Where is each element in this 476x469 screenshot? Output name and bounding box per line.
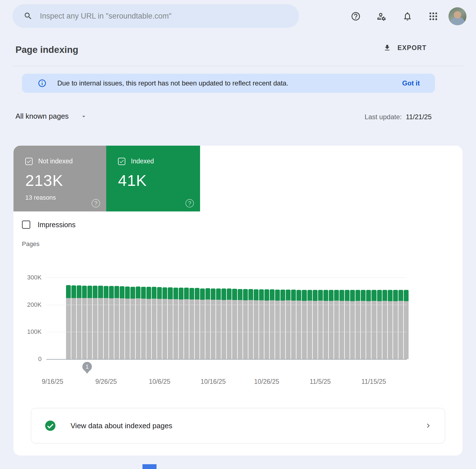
chart-bar[interactable] <box>93 278 98 359</box>
chart-bar[interactable] <box>259 278 264 359</box>
report-panel: Not indexed 213K 13 reasons ? Indexed 41… <box>13 146 463 456</box>
chart-bar[interactable] <box>238 278 242 359</box>
chart-bar[interactable] <box>264 278 269 359</box>
chart-bar[interactable] <box>243 278 248 359</box>
bar-segment-not-indexed <box>404 301 409 359</box>
chart-bar[interactable] <box>371 278 376 359</box>
chart-bar[interactable] <box>109 278 114 359</box>
chart-x-axis-labels: 9/16/259/26/2510/6/2510/16/2510/26/2511/… <box>46 378 407 386</box>
chart-bar[interactable] <box>307 278 312 359</box>
chart-bar[interactable] <box>104 278 108 359</box>
bar-segment-indexed <box>109 286 114 298</box>
bar-segment-indexed <box>366 290 371 301</box>
chart-bar[interactable] <box>98 278 103 359</box>
notifications-icon[interactable] <box>402 11 412 21</box>
chart-bar[interactable] <box>291 278 296 359</box>
chart-bar[interactable] <box>114 278 119 359</box>
apps-grid-icon[interactable] <box>428 11 438 21</box>
chart-bar[interactable] <box>141 278 146 359</box>
not-indexed-card[interactable]: Not indexed 213K 13 reasons ? <box>13 146 106 211</box>
chart-bar[interactable] <box>382 278 387 359</box>
chart-bar[interactable] <box>323 278 328 359</box>
chart-bar[interactable] <box>205 278 210 359</box>
chart-bar[interactable] <box>211 278 216 359</box>
chart-bar[interactable] <box>77 278 81 359</box>
chart-bar[interactable] <box>82 278 87 359</box>
bar-segment-indexed <box>323 290 328 301</box>
chart-bar[interactable] <box>366 278 371 359</box>
bar-segment-indexed <box>216 288 221 300</box>
chart-bar[interactable] <box>168 278 173 359</box>
impressions-toggle[interactable]: Impressions <box>22 220 76 229</box>
chart-x-tick: 11/5/25 <box>310 378 331 385</box>
bar-segment-not-indexed <box>248 300 253 359</box>
chart-bar[interactable] <box>329 278 334 359</box>
chart-bar[interactable] <box>296 278 301 359</box>
view-indexed-data-link[interactable]: View data about indexed pages <box>31 408 445 443</box>
chart-bar[interactable] <box>377 278 382 359</box>
chart-bar[interactable] <box>184 278 189 359</box>
manage-accounts-icon[interactable] <box>377 11 387 21</box>
chart-gridline <box>46 278 407 278</box>
chart-bar[interactable] <box>350 278 355 359</box>
not-indexed-help-icon[interactable]: ? <box>92 199 100 208</box>
chart-bar[interactable] <box>339 278 344 359</box>
indexed-checkbox-checked-icon[interactable] <box>118 158 125 165</box>
chart-bar[interactable] <box>388 278 393 359</box>
chart-bar[interactable] <box>254 278 259 359</box>
chart-bar[interactable] <box>302 278 307 359</box>
page-scope-dropdown[interactable]: All known pages <box>15 112 87 121</box>
chart-bar[interactable] <box>318 278 323 359</box>
impressions-checkbox-unchecked-icon[interactable] <box>22 220 30 229</box>
chart-bar[interactable] <box>275 278 280 359</box>
chart-bar[interactable] <box>393 278 398 359</box>
chart-bar[interactable] <box>227 278 232 359</box>
chart-bar[interactable] <box>136 278 140 359</box>
chart-bar[interactable] <box>162 278 167 359</box>
bar-segment-indexed <box>345 290 350 301</box>
search-input[interactable] <box>40 12 291 21</box>
chart-bar[interactable] <box>125 278 130 359</box>
chart-annotation-marker[interactable]: 1 <box>82 362 92 374</box>
chart-bar[interactable] <box>221 278 226 359</box>
help-icon[interactable] <box>351 11 361 21</box>
chart-bar[interactable] <box>146 278 151 359</box>
chart-bar[interactable] <box>232 278 237 359</box>
chart-bar[interactable] <box>66 278 71 359</box>
bar-segment-indexed <box>291 290 296 301</box>
indexed-help-icon[interactable]: ? <box>185 199 194 208</box>
chart-bar[interactable] <box>345 278 350 359</box>
bar-segment-indexed <box>302 290 307 301</box>
chart-bar[interactable] <box>179 278 183 359</box>
chart-bar[interactable] <box>189 278 194 359</box>
url-inspection-search[interactable] <box>12 4 299 28</box>
bar-segment-not-indexed <box>93 298 98 359</box>
chart-bar[interactable] <box>200 278 205 359</box>
chart-bar[interactable] <box>71 278 76 359</box>
bar-segment-not-indexed <box>243 300 248 359</box>
bar-segment-indexed <box>66 285 71 298</box>
chart-bar[interactable] <box>120 278 124 359</box>
chart-bar[interactable] <box>404 278 409 359</box>
chart-bar[interactable] <box>173 278 178 359</box>
not-indexed-checkbox-checked-icon[interactable] <box>25 158 33 165</box>
chart-bar[interactable] <box>270 278 275 359</box>
export-button[interactable]: EXPORT <box>383 44 427 52</box>
chart-bar[interactable] <box>398 278 403 359</box>
chart-bar[interactable] <box>248 278 253 359</box>
chart-bar[interactable] <box>216 278 221 359</box>
chart-bar[interactable] <box>313 278 318 359</box>
chart-bar[interactable] <box>361 278 366 359</box>
chart-bar[interactable] <box>157 278 162 359</box>
chart-bar[interactable] <box>334 278 339 359</box>
chart-bar[interactable] <box>355 278 360 359</box>
chart-bar[interactable] <box>87 278 92 359</box>
avatar[interactable] <box>448 7 466 25</box>
indexed-card[interactable]: Indexed 41K ? <box>106 146 200 211</box>
chart-bar[interactable] <box>130 278 135 359</box>
chart-bar[interactable] <box>195 278 200 359</box>
chart-bar[interactable] <box>286 278 291 359</box>
got-it-button[interactable]: Got it <box>402 79 420 87</box>
chart-bar[interactable] <box>152 278 157 359</box>
chart-bar[interactable] <box>280 278 285 359</box>
